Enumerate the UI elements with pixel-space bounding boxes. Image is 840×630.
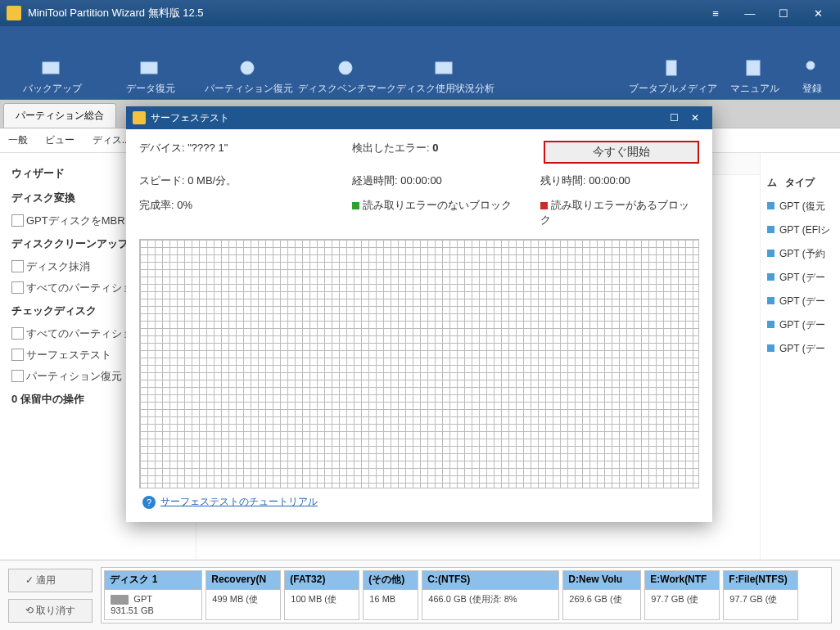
titlebar: MiniTool Partition Wizard 無料版 12.5 ≡ — ☐… (0, 0, 840, 26)
toolbar-bootable[interactable]: ブータブルメディア (624, 33, 722, 96)
subtab-general[interactable]: 一般 (8, 134, 28, 146)
type-row: GPT (デー (761, 337, 840, 361)
partition-recover-icon (237, 59, 260, 77)
register-icon (801, 59, 824, 77)
remain-label: 残り時間: (540, 174, 586, 187)
bootable-icon (662, 59, 684, 77)
svg-rect-6 (747, 61, 760, 75)
toolbar-benchmark-label: ディスクベンチマーク (298, 82, 396, 96)
elapsed-label: 経過時間: (352, 174, 398, 187)
square-icon (767, 297, 775, 304)
toolbar-register[interactable]: 登録 (788, 33, 837, 96)
toolbar-recover[interactable]: データ復元 (102, 33, 200, 96)
disk-scheme: GPT (133, 594, 152, 604)
part-head: E:Work(NTF (645, 571, 719, 590)
toolbar-backup-label: バックアップ (23, 82, 82, 96)
surface-test-dialog: サーフェステスト ☐✕ デバイス: "???? 1" 検出したエラー: 0 今す… (126, 106, 712, 522)
speed-label: スピード: (139, 174, 185, 187)
main-toolbar: バックアップ データ復元 パーティション復元 ディスクベンチマーク ディスク使用… (0, 26, 840, 100)
col-mu: ム (767, 176, 785, 190)
partition-card[interactable]: (FAT32)100 MB (使 (284, 570, 359, 620)
remain-value: 00:00:00 (589, 174, 630, 187)
menu-icon[interactable]: ≡ (700, 7, 731, 20)
complete-value: 0% (177, 199, 192, 211)
part-head: Recovery(N (206, 571, 280, 590)
type-label: GPT (デー (779, 343, 825, 354)
window-controls: ≡ — ☐ ✕ (700, 7, 833, 20)
col-type: タイプ (785, 176, 815, 190)
legend-ok-icon (352, 202, 359, 209)
part-info: 499 MB (使 (206, 590, 280, 608)
type-label: GPT (復元 (779, 200, 825, 212)
type-label: GPT (予約 (779, 248, 825, 259)
complete-label: 完成率: (139, 199, 174, 211)
partition-card[interactable]: Recovery(N499 MB (使 (205, 570, 281, 620)
maximize-icon[interactable]: ☐ (768, 7, 799, 20)
type-label: GPT (デー (779, 272, 825, 283)
disk-icon (111, 595, 129, 605)
minimize-icon[interactable]: — (734, 7, 765, 20)
legend-ok-label: 読み取りエラーのないブロック (363, 199, 512, 211)
svg-rect-1 (141, 62, 157, 74)
legend-err-icon (540, 202, 548, 209)
part-info: 97.7 GB (使 (724, 590, 797, 608)
partition-card[interactable]: E:Work(NTF97.7 GB (使 (644, 570, 720, 620)
partition-card[interactable]: (その他)16 MB (363, 570, 418, 620)
tutorial-link[interactable]: サーフェステストのチュートリアル (160, 495, 318, 509)
part-info: 97.7 GB (使 (645, 590, 719, 608)
toolbar-benchmark[interactable]: ディスクベンチマーク (298, 33, 396, 96)
toolbar-usage-label: ディスク使用状況分析 (396, 82, 495, 96)
disk-summary[interactable]: ディスク 1 GPT931.51 GB (104, 570, 202, 620)
right-columns: ム タイプ GPT (復元 GPT (EFIシ GPT (予約 GPT (デー … (760, 153, 840, 630)
toolbar-manual[interactable]: マニュアル (722, 33, 788, 96)
part-info: 466.0 GB (使用済: 8% (422, 590, 558, 608)
device-label: デバイス: (139, 142, 185, 154)
svg-rect-0 (43, 62, 59, 74)
toolbar-register-label: 登録 (802, 82, 822, 96)
partition-card[interactable]: C:(NTFS)466.0 GB (使用済: 8% (422, 570, 559, 620)
type-row: GPT (デー (761, 290, 840, 313)
type-row: GPT (復元 (761, 195, 840, 218)
partition-card[interactable]: D:New Volu269.6 GB (使 (562, 570, 641, 620)
subtab-disk[interactable]: ディス... (93, 134, 130, 146)
elapsed-value: 00:00:00 (400, 174, 442, 187)
dialog-maximize-icon[interactable]: ☐ (663, 112, 684, 124)
stats-grid: デバイス: "???? 1" 検出したエラー: 0 今すぐ開始 スピード: 0 … (139, 141, 699, 227)
type-label: GPT (EFIシ (779, 224, 830, 236)
svg-rect-4 (436, 62, 452, 74)
help-icon[interactable]: ? (142, 496, 156, 509)
toolbar-usage[interactable]: ディスク使用状況分析 (396, 33, 495, 96)
part-head: (その他) (364, 571, 418, 590)
subtab-view[interactable]: ビュー (45, 134, 75, 146)
square-icon (767, 321, 775, 328)
type-row: GPT (予約 (761, 242, 840, 266)
part-info: 16 MB (364, 590, 418, 608)
toolbar-manual-label: マニュアル (730, 82, 779, 96)
dialog-close-icon[interactable]: ✕ (684, 112, 706, 124)
speed-value: 0 MB/分。 (187, 174, 237, 187)
toolbar-partition-recover-label: パーティション復元 (205, 82, 293, 96)
apply-button[interactable]: ✓ 適用 (8, 569, 93, 592)
type-row: GPT (デー (761, 266, 840, 290)
device-value: "???? 1" (187, 142, 228, 154)
undo-button[interactable]: ⟲ 取り消す (8, 599, 93, 623)
toolbar-backup[interactable]: バックアップ (3, 33, 102, 96)
toolbar-partition-recover[interactable]: パーティション復元 (200, 33, 298, 96)
square-icon (767, 202, 775, 209)
backup-icon (41, 59, 64, 77)
app-icon (7, 6, 21, 20)
square-icon (767, 344, 775, 352)
svg-point-7 (806, 61, 815, 70)
partition-card[interactable]: F:File(NTFS)97.7 GB (使 (723, 570, 798, 620)
dialog-title: サーフェステスト (151, 111, 229, 125)
tab-partition[interactable]: パーティション総合 (3, 103, 116, 128)
benchmark-icon (336, 59, 359, 77)
type-label: GPT (デー (779, 295, 825, 307)
manual-icon (743, 59, 766, 77)
recover-icon (139, 59, 162, 77)
part-head: F:File(NTFS) (724, 571, 797, 590)
errors-label: 検出したエラー: (352, 142, 430, 154)
close-icon[interactable]: ✕ (802, 7, 833, 20)
start-now-button[interactable]: 今すぐ開始 (544, 141, 699, 164)
type-row: GPT (EFIシ (761, 218, 840, 242)
